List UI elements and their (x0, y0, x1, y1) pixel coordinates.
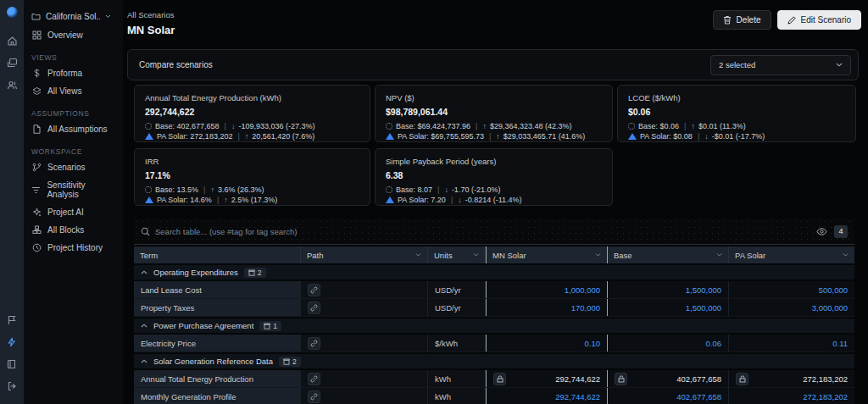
table-row-electricity-price[interactable]: Electricity Price $/kWh 0.10 0.06 0.11 (134, 335, 854, 352)
sidebar-item-all-blocks[interactable]: All Blocks (24, 221, 123, 239)
path-cell[interactable] (301, 299, 428, 316)
search-icon (141, 227, 150, 236)
section-name: Power Purchase Agreement (153, 321, 253, 330)
base-value-cell[interactable]: 402,677,658 (608, 388, 729, 404)
path-cell[interactable] (301, 335, 428, 351)
edit-scenario-label: Edit Scenario (801, 15, 851, 25)
scenario-select[interactable]: 2 selected (710, 55, 851, 75)
link-icon (308, 284, 320, 296)
sidebar-item-label: All Assumptions (47, 125, 108, 134)
section-count-badge: 1 (259, 321, 281, 331)
mn-solar-value-cell[interactable]: 292,744,622 (486, 370, 608, 387)
delete-button[interactable]: Delete (713, 10, 771, 30)
chevron-down-icon (105, 14, 111, 19)
units-cell: USD/yr (428, 281, 486, 298)
arrow-up-icon: ↑ (482, 122, 487, 130)
section-name: Operating Expenditures (153, 268, 238, 277)
eye-icon[interactable] (816, 227, 827, 236)
sidebar-item-label: Overview (47, 30, 83, 40)
sidebar-item-proforma[interactable]: Proforma (24, 64, 123, 82)
document-icon (31, 125, 42, 134)
mn-solar-value-cell[interactable]: 292,744,622 (486, 388, 608, 404)
box-icon (264, 323, 270, 329)
project-name: California Sol... (46, 12, 100, 21)
sidebar-item-all-assumptions[interactable]: All Assumptions (24, 120, 123, 138)
column-header-mn-solar[interactable]: MN Solar (486, 246, 608, 263)
book-icon[interactable] (3, 356, 20, 373)
base-value-cell[interactable]: 0.06 (608, 335, 729, 351)
kpi-card-irr: IRR 17.1% Base: 13.5%|↑3.6% (26.3%) PA S… (134, 148, 370, 206)
blocks-icon (31, 225, 42, 235)
base-value-cell[interactable]: 1,500,000 (608, 299, 729, 316)
sidebar-item-project-history[interactable]: Project History (24, 239, 123, 257)
box-icon (283, 358, 290, 365)
scenario-comparison-table: Term Path Units MN Solar Base PA Solar O… (134, 246, 854, 404)
logout-icon[interactable] (3, 378, 20, 395)
sidebar-item-label: All Views (47, 86, 81, 96)
app-logo[interactable] (7, 7, 18, 18)
section-row-solar-generation-reference-data[interactable]: Solar Generation Reference Data 2 (134, 352, 854, 370)
pa-solar-value-cell[interactable]: 0.11 (729, 335, 854, 351)
column-header-path[interactable]: Path (301, 246, 428, 263)
arrow-down-icon: ↓ (444, 185, 448, 194)
section-title-workspace: WORKSPACE (24, 138, 123, 158)
pa-solar-value-cell[interactable]: 3,000,000 (729, 299, 854, 316)
clock-icon (31, 243, 42, 252)
arrow-up-icon: ↑ (691, 122, 695, 130)
users-icon[interactable] (3, 76, 20, 93)
column-header-units[interactable]: Units (428, 246, 486, 263)
table-row-property-taxes[interactable]: Property Taxes USD/yr 170,000 1,500,000 … (134, 299, 854, 317)
section-row-operating-expenditures[interactable]: Operating Expenditures 2 (134, 263, 854, 281)
units-cell: kWh (428, 388, 486, 404)
home-icon[interactable] (3, 32, 20, 49)
link-icon (308, 373, 320, 385)
layers-icon[interactable] (3, 54, 20, 71)
table-row-land-lease-cost[interactable]: Land Lease Cost USD/yr 1,000,000 1,500,0… (134, 281, 854, 299)
sidebar-item-sensitivity-analysis[interactable]: Sensitivity Analysis (24, 176, 123, 203)
project-selector[interactable]: California Sol... (24, 7, 123, 26)
flag-icon[interactable] (3, 312, 20, 329)
sidebar-item-scenarios[interactable]: Scenarios (24, 158, 123, 176)
section-row-power-purchase-agreement[interactable]: Power Purchase Agreement 1 (134, 317, 854, 335)
sidebar-item-project-ai[interactable]: Project AI (24, 203, 123, 221)
sidebar-item-label: All Blocks (47, 225, 84, 235)
column-header-term[interactable]: Term (134, 246, 301, 263)
pa-solar-value-cell[interactable]: 272,183,202 (729, 388, 854, 404)
path-cell[interactable] (301, 370, 428, 387)
search-input[interactable] (155, 227, 816, 236)
link-icon (308, 337, 320, 350)
lock-icon (736, 373, 748, 385)
table-row-monthly-generation-profile[interactable]: Monthly Generation Profile kWh 292,744,6… (134, 388, 854, 404)
breadcrumb[interactable]: All Scenarios (127, 10, 174, 19)
pa-solar-value-cell[interactable]: 500,000 (729, 281, 854, 298)
visible-columns-count-badge[interactable]: 4 (834, 225, 848, 238)
zap-icon[interactable] (3, 334, 20, 351)
path-cell[interactable] (301, 388, 428, 404)
sidebar-item-all-views[interactable]: All Views (24, 82, 123, 100)
edit-scenario-button[interactable]: Edit Scenario (777, 10, 861, 30)
base-scenario-icon (145, 123, 152, 130)
term-cell: Electricity Price (134, 335, 301, 351)
kpi-title: Simple Payback Period (years) (386, 157, 602, 166)
base-value-cell[interactable]: 402,677,658 (608, 370, 729, 387)
pa-solar-value-cell[interactable]: 272,183,202 (729, 370, 854, 387)
mn-solar-value-cell[interactable]: 170,000 (486, 299, 608, 316)
table-row-annual-total-energy-production[interactable]: Annual Total Energy Production kWh 292,7… (134, 370, 854, 388)
base-value-cell[interactable]: 1,500,000 (608, 281, 729, 298)
kpi-title: NPV ($) (386, 93, 602, 102)
kpi-value: 292,744,622 (145, 107, 359, 117)
sidebar-item-label: Sensitivity Analysis (47, 180, 115, 199)
pa-solar-scenario-icon (386, 133, 394, 140)
mn-solar-value-cell[interactable]: 1,000,000 (486, 281, 608, 298)
path-cell[interactable] (301, 281, 428, 298)
mn-solar-value-cell[interactable]: 0.10 (486, 335, 608, 351)
arrow-down-icon: ↓ (458, 196, 462, 204)
chevron-down-icon (716, 253, 722, 257)
column-header-base[interactable]: Base (608, 246, 729, 263)
sidebar-item-label: Project AI (47, 208, 84, 217)
lock-icon (615, 373, 627, 385)
column-header-pa-solar[interactable]: PA Solar (729, 246, 854, 263)
arrow-up-icon: ↑ (210, 185, 214, 194)
sidebar-item-overview[interactable]: Overview (24, 26, 123, 44)
arrow-up-icon: ↑ (224, 196, 228, 204)
